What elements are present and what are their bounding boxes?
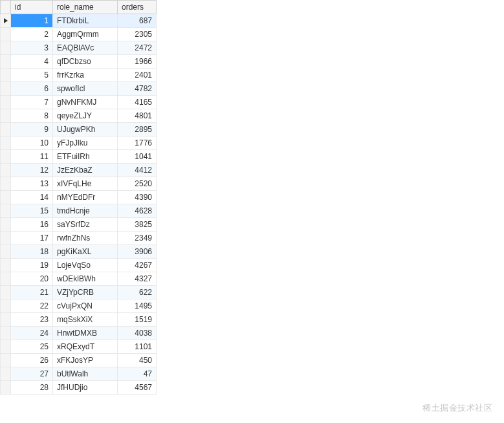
cell-id[interactable]: 1 — [11, 14, 53, 28]
cell-role-name[interactable]: VZjYpCRB — [53, 286, 118, 299]
cell-id[interactable]: 15 — [11, 204, 53, 218]
cell-orders[interactable]: 1041 — [118, 150, 157, 164]
table-row[interactable]: 26xFKJosYP450 — [1, 354, 157, 367]
table-row[interactable]: 2AggmQrmm2305 — [1, 28, 157, 41]
cell-orders[interactable]: 622 — [118, 286, 157, 299]
cell-id[interactable]: 16 — [11, 218, 53, 232]
table-row[interactable]: 25xRQExydT1101 — [1, 340, 157, 354]
cell-id[interactable]: 2 — [11, 28, 53, 41]
cell-role-name[interactable]: qfDCbzso — [53, 55, 118, 69]
table-row[interactable]: 10yFJpJlku1776 — [1, 136, 157, 150]
cell-role-name[interactable]: JzEzKbaZ — [53, 164, 118, 177]
cell-role-name[interactable]: frrKzrka — [53, 69, 118, 82]
row-marker[interactable] — [1, 191, 11, 204]
cell-orders[interactable]: 47 — [118, 367, 157, 381]
row-marker[interactable] — [1, 354, 11, 367]
cell-role-name[interactable]: FTDkrbiL — [53, 14, 118, 28]
row-marker[interactable] — [1, 150, 11, 164]
cell-orders[interactable]: 687 — [118, 14, 157, 28]
cell-role-name[interactable]: EAQBlAVc — [53, 41, 118, 55]
cell-id[interactable]: 8 — [11, 109, 53, 123]
cell-id[interactable]: 5 — [11, 69, 53, 82]
table-row[interactable]: 28JfHUDjio4567 — [1, 381, 157, 395]
row-marker[interactable] — [1, 69, 11, 82]
row-marker[interactable] — [1, 313, 11, 327]
cell-orders[interactable]: 1776 — [118, 136, 157, 150]
cell-role-name[interactable]: xRQExydT — [53, 340, 118, 354]
cell-orders[interactable]: 4267 — [118, 259, 157, 272]
cell-id[interactable]: 11 — [11, 150, 53, 164]
row-marker[interactable] — [1, 286, 11, 299]
cell-id[interactable]: 23 — [11, 313, 53, 327]
header-role-name[interactable]: role_name — [53, 1, 118, 14]
cell-id[interactable]: 18 — [11, 245, 53, 259]
cell-role-name[interactable]: LojeVqSo — [53, 259, 118, 272]
cell-role-name[interactable]: mqSskXiX — [53, 313, 118, 327]
cell-orders[interactable]: 450 — [118, 354, 157, 367]
cell-role-name[interactable]: nMYEdDFr — [53, 191, 118, 204]
table-row[interactable]: 21VZjYpCRB622 — [1, 286, 157, 299]
table-row[interactable]: 19LojeVqSo4267 — [1, 259, 157, 272]
cell-id[interactable]: 21 — [11, 286, 53, 299]
row-marker[interactable] — [1, 218, 11, 232]
table-row[interactable]: 1FTDkrbiL687 — [1, 14, 157, 28]
header-id[interactable]: id — [11, 1, 53, 14]
row-marker[interactable] — [1, 82, 11, 96]
cell-id[interactable]: 27 — [11, 367, 53, 381]
cell-orders[interactable]: 1519 — [118, 313, 157, 327]
cell-role-name[interactable]: bUtlWalh — [53, 367, 118, 381]
table-row[interactable]: 14nMYEdDFr4390 — [1, 191, 157, 204]
cell-role-name[interactable]: spwofIcl — [53, 82, 118, 96]
cell-id[interactable]: 25 — [11, 340, 53, 354]
row-marker[interactable] — [1, 259, 11, 272]
row-marker[interactable] — [1, 245, 11, 259]
table-row[interactable]: 12JzEzKbaZ4412 — [1, 164, 157, 177]
cell-orders[interactable]: 3825 — [118, 218, 157, 232]
row-marker[interactable] — [1, 177, 11, 191]
table-row[interactable]: 15tmdHcnje4628 — [1, 204, 157, 218]
cell-orders[interactable]: 2305 — [118, 28, 157, 41]
cell-orders[interactable]: 4782 — [118, 82, 157, 96]
row-marker[interactable] — [1, 299, 11, 313]
cell-orders[interactable]: 1966 — [118, 55, 157, 69]
cell-role-name[interactable]: gNvNFKMJ — [53, 96, 118, 109]
cell-orders[interactable]: 4038 — [118, 327, 157, 340]
table-row[interactable]: 11ETFuiIRh1041 — [1, 150, 157, 164]
cell-role-name[interactable]: rwfnZhNs — [53, 232, 118, 245]
table-row[interactable]: 4qfDCbzso1966 — [1, 55, 157, 69]
cell-role-name[interactable]: HnwtDMXB — [53, 327, 118, 340]
row-marker[interactable] — [1, 14, 11, 28]
table-row[interactable]: 17rwfnZhNs2349 — [1, 232, 157, 245]
table-row[interactable]: 20wDEklBWh4327 — [1, 272, 157, 286]
cell-orders[interactable]: 2895 — [118, 123, 157, 136]
cell-orders[interactable]: 4801 — [118, 109, 157, 123]
row-marker[interactable] — [1, 55, 11, 69]
table-row[interactable]: 8qeyeZLJY4801 — [1, 109, 157, 123]
cell-orders[interactable]: 4390 — [118, 191, 157, 204]
row-marker[interactable] — [1, 109, 11, 123]
cell-role-name[interactable]: yFJpJlku — [53, 136, 118, 150]
cell-id[interactable]: 4 — [11, 55, 53, 69]
row-marker[interactable] — [1, 381, 11, 395]
table-row[interactable]: 16saYSrfDz3825 — [1, 218, 157, 232]
cell-orders[interactable]: 2349 — [118, 232, 157, 245]
row-marker[interactable] — [1, 28, 11, 41]
cell-role-name[interactable]: saYSrfDz — [53, 218, 118, 232]
header-orders[interactable]: orders — [118, 1, 157, 14]
cell-id[interactable]: 10 — [11, 136, 53, 150]
cell-role-name[interactable]: ETFuiIRh — [53, 150, 118, 164]
cell-id[interactable]: 20 — [11, 272, 53, 286]
row-marker[interactable] — [1, 123, 11, 136]
table-row[interactable]: 3EAQBlAVc2472 — [1, 41, 157, 55]
table-row[interactable]: 24HnwtDMXB4038 — [1, 327, 157, 340]
row-marker[interactable] — [1, 204, 11, 218]
cell-id[interactable]: 17 — [11, 232, 53, 245]
cell-id[interactable]: 28 — [11, 381, 53, 395]
cell-orders[interactable]: 1495 — [118, 299, 157, 313]
table-row[interactable]: 9UJugwPKh2895 — [1, 123, 157, 136]
row-marker[interactable] — [1, 367, 11, 381]
cell-orders[interactable]: 2520 — [118, 177, 157, 191]
row-marker[interactable] — [1, 96, 11, 109]
cell-role-name[interactable]: tmdHcnje — [53, 204, 118, 218]
cell-role-name[interactable]: xFKJosYP — [53, 354, 118, 367]
